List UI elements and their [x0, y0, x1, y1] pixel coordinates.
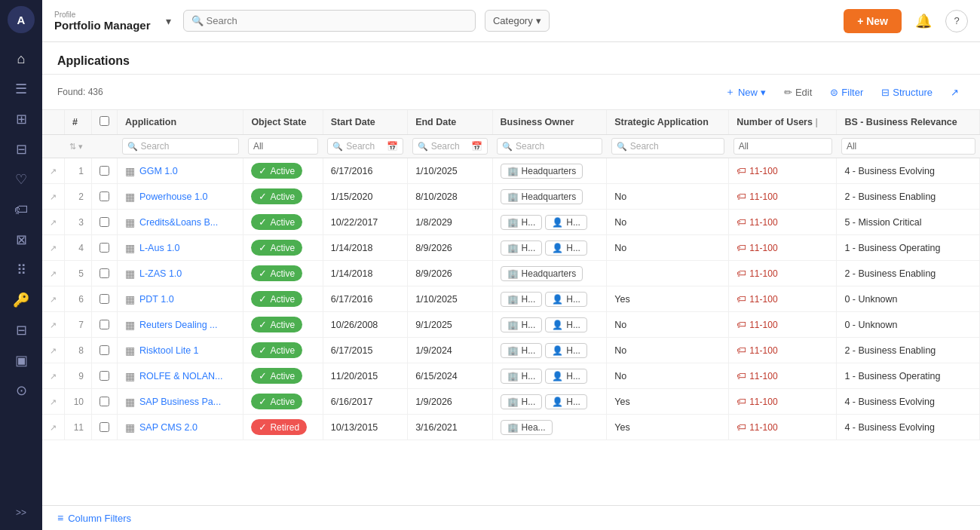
owner-user-badge[interactable]: 👤H... [545, 369, 587, 384]
sidebar-icon-dots[interactable]: ⠿ [8, 256, 35, 283]
app-search-input[interactable]: 🔍 Search [122, 138, 239, 155]
owner-hq-badge[interactable]: 🏢Hea... [501, 420, 553, 435]
owner-hq-badge[interactable]: 🏢H... [501, 292, 543, 307]
row-strategic-cell: Yes [607, 415, 729, 440]
filter-arrow-cell [42, 135, 65, 158]
bell-icon-btn[interactable]: 🔔 [911, 8, 936, 34]
row-checkbox[interactable] [100, 191, 109, 201]
owner-user-badge[interactable]: 👤H... [545, 292, 587, 307]
row-expand-icon[interactable]: ↗ [50, 372, 57, 381]
owner-hq-badge[interactable]: 🏢Headquarters [501, 164, 583, 179]
row-expand-icon[interactable]: ↗ [50, 244, 57, 253]
row-checkbox[interactable] [100, 166, 109, 176]
sidebar-icon-tag[interactable]: 🏷 [8, 196, 35, 223]
structure-toolbar-btn[interactable]: ⊟ Structure [875, 84, 939, 101]
tag-icon: 🏷 [737, 242, 746, 253]
start-date-search[interactable]: 🔍 Search 📅 [327, 138, 403, 155]
strategic-search-input[interactable]: 🔍 Search [611, 138, 724, 155]
app-name-link[interactable]: SAP Business Pa... [139, 397, 221, 407]
app-name-link[interactable]: Powerhouse 1.0 [139, 191, 207, 202]
app-name-link[interactable]: L-Aus 1.0 [139, 243, 180, 253]
structure-toolbar-label: Structure [893, 87, 933, 98]
edit-toolbar-btn[interactable]: ✏ Edit [778, 84, 818, 101]
owner-hq-badge[interactable]: 🏢H... [501, 369, 543, 384]
owner-hq-badge[interactable]: 🏢H... [501, 343, 543, 358]
sidebar-icon-briefcase[interactable]: ⊠ [8, 226, 35, 253]
owner-search-input[interactable]: 🔍 Search [497, 138, 602, 155]
row-relevance-cell: 4 - Business Evolving [837, 158, 980, 184]
app-name-link[interactable]: SAP CMS 2.0 [139, 422, 198, 433]
sidebar-icon-monitor[interactable]: ▣ [8, 347, 35, 374]
row-checkbox[interactable] [100, 397, 109, 406]
profile-dropdown-btn[interactable]: ▾ [163, 12, 174, 30]
row-state-cell: ✓Active [243, 286, 323, 312]
sidebar-icon-bookmark[interactable]: ⊟ [8, 136, 35, 163]
row-relevance-cell: 1 - Business Operating [837, 235, 980, 261]
row-checkbox[interactable] [100, 217, 109, 227]
owner-hq-badge[interactable]: 🏢H... [501, 394, 543, 409]
app-name-link[interactable]: Credits&Loans B... [139, 217, 218, 228]
row-checkbox[interactable] [100, 268, 109, 278]
row-expand-icon[interactable]: ↗ [50, 320, 57, 329]
select-all-checkbox[interactable] [100, 116, 109, 126]
row-expand-icon[interactable]: ↗ [50, 397, 57, 406]
owner-user-badge[interactable]: 👤H... [545, 317, 587, 332]
row-checkbox[interactable] [100, 422, 109, 432]
filter-toolbar-btn[interactable]: ⊜ Filter [824, 84, 869, 101]
app-name-link[interactable]: GGM 1.0 [139, 166, 178, 176]
row-checkbox[interactable] [100, 371, 109, 381]
sidebar-icon-home[interactable]: ⌂ [8, 45, 35, 72]
row-state-cell: ✓Active [243, 363, 323, 389]
row-checkbox[interactable] [100, 294, 109, 304]
row-expand-icon[interactable]: ↗ [50, 423, 57, 432]
row-checkbox[interactable] [100, 320, 109, 329]
search-input[interactable] [207, 15, 467, 26]
owner-hq-badge[interactable]: 🏢H... [501, 317, 543, 332]
row-expand-icon[interactable]: ↗ [50, 167, 57, 176]
users-filter-select[interactable]: All 11-100 [733, 138, 832, 155]
app-name-link[interactable]: L-ZAS 1.0 [139, 268, 182, 279]
row-expand-icon[interactable]: ↗ [50, 218, 57, 227]
col-num-users: Number of Users | [729, 110, 837, 135]
owner-user-badge[interactable]: 👤H... [545, 394, 587, 409]
owner-hq-badge[interactable]: 🏢H... [501, 215, 543, 230]
app-name-link[interactable]: Reuters Dealing ... [139, 320, 218, 330]
sidebar-icon-list[interactable]: ☰ [8, 75, 35, 103]
help-icon-btn[interactable]: ? [945, 10, 968, 32]
sidebar-icon-person[interactable]: ⊙ [8, 377, 35, 404]
sidebar-expand-btn[interactable]: >> [10, 501, 32, 524]
export-toolbar-btn[interactable]: ↗ [945, 84, 965, 101]
row-expand-icon[interactable]: ↗ [50, 295, 57, 304]
sidebar-icon-heart[interactable]: ♡ [8, 166, 35, 193]
app-name-link[interactable]: Risktool Lite 1 [139, 345, 199, 356]
row-expand-icon[interactable]: ↗ [50, 269, 57, 278]
column-filters-bar[interactable]: ≡ Column Filters [42, 505, 980, 530]
owner-user-badge[interactable]: 👤H... [545, 343, 587, 358]
new-toolbar-btn[interactable]: ＋ New ▾ [719, 82, 772, 102]
topnav-new-button[interactable]: + New [844, 9, 902, 33]
end-date-search[interactable]: 🔍 Search 📅 [412, 138, 488, 155]
owner-hq-badge[interactable]: 🏢Headquarters [501, 266, 583, 281]
table-row: ↗8▦Risktool Lite 1✓Active6/17/20151/9/20… [42, 338, 980, 363]
row-checkbox[interactable] [100, 243, 109, 253]
app-name-link[interactable]: PDT 1.0 [139, 294, 174, 305]
sidebar-icon-group[interactable]: ⊞ [8, 106, 35, 133]
owner-user-badge[interactable]: 👤H... [545, 215, 587, 230]
relevance-filter-select[interactable]: All [841, 138, 975, 155]
state-filter-select[interactable]: All Active Retired [248, 138, 318, 155]
row-checkbox[interactable] [100, 345, 109, 355]
category-chevron-icon: ▾ [536, 15, 541, 26]
category-dropdown[interactable]: Category ▾ [485, 10, 550, 32]
owner-hq-badge[interactable]: 🏢Headquarters [501, 189, 583, 204]
app-name-link[interactable]: ROLFE & NOLAN... [139, 371, 222, 381]
filter-end-cell: 🔍 Search 📅 [408, 135, 492, 158]
building-icon: 🏢 [507, 191, 519, 202]
row-expand-icon[interactable]: ↗ [50, 346, 57, 355]
owner-user-badge[interactable]: 👤H... [545, 240, 587, 256]
row-expand-icon[interactable]: ↗ [50, 192, 57, 201]
owner-hq-badge[interactable]: 🏢H... [501, 240, 543, 256]
avatar[interactable]: A [8, 6, 35, 33]
status-check-icon: ✓ [259, 345, 267, 356]
sidebar-icon-box[interactable]: ⊟ [8, 317, 35, 344]
sidebar-icon-key[interactable]: 🔑 [8, 286, 35, 314]
